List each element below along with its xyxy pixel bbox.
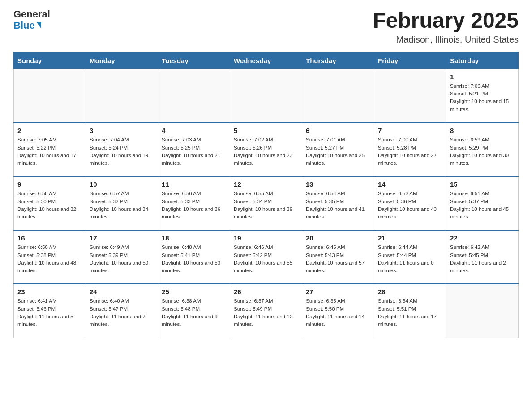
day-number: 21 bbox=[378, 234, 442, 242]
day-info: Sunrise: 7:04 AMSunset: 5:24 PMDaylight:… bbox=[90, 136, 154, 167]
day-number: 7 bbox=[378, 127, 442, 134]
day-number: 6 bbox=[306, 127, 370, 134]
table-row bbox=[230, 69, 302, 123]
table-row bbox=[14, 69, 86, 123]
logo-triangle-icon bbox=[37, 22, 41, 29]
calendar-header-row: Sunday Monday Tuesday Wednesday Thursday… bbox=[14, 52, 519, 69]
calendar-table: Sunday Monday Tuesday Wednesday Thursday… bbox=[13, 52, 519, 338]
table-row: 6Sunrise: 7:01 AMSunset: 5:27 PMDaylight… bbox=[302, 123, 374, 176]
table-row: 21Sunrise: 6:44 AMSunset: 5:44 PMDayligh… bbox=[374, 230, 446, 284]
table-row: 13Sunrise: 6:54 AMSunset: 5:35 PMDayligh… bbox=[302, 176, 374, 230]
day-info: Sunrise: 7:02 AMSunset: 5:26 PMDaylight:… bbox=[234, 136, 298, 167]
day-info: Sunrise: 6:41 AMSunset: 5:46 PMDaylight:… bbox=[17, 297, 82, 328]
day-number: 8 bbox=[450, 127, 515, 134]
day-number: 10 bbox=[90, 180, 154, 188]
day-info: Sunrise: 6:37 AMSunset: 5:49 PMDaylight:… bbox=[234, 297, 298, 328]
day-info: Sunrise: 6:57 AMSunset: 5:32 PMDaylight:… bbox=[90, 190, 154, 221]
table-row: 8Sunrise: 6:59 AMSunset: 5:29 PMDaylight… bbox=[446, 123, 519, 176]
table-row: 23Sunrise: 6:41 AMSunset: 5:46 PMDayligh… bbox=[14, 284, 86, 338]
day-number: 17 bbox=[90, 234, 154, 242]
day-info: Sunrise: 6:46 AMSunset: 5:42 PMDaylight:… bbox=[234, 244, 298, 274]
calendar-week-1: 1Sunrise: 7:06 AMSunset: 5:21 PMDaylight… bbox=[14, 69, 519, 123]
logo-blue-text: Blue bbox=[13, 20, 41, 31]
day-number: 26 bbox=[234, 288, 298, 295]
header-monday: Monday bbox=[86, 52, 158, 69]
table-row: 25Sunrise: 6:38 AMSunset: 5:48 PMDayligh… bbox=[158, 284, 230, 338]
day-number: 5 bbox=[234, 127, 298, 134]
day-number: 22 bbox=[450, 234, 515, 242]
day-number: 14 bbox=[378, 180, 442, 188]
day-number: 13 bbox=[306, 180, 370, 188]
day-info: Sunrise: 7:05 AMSunset: 5:22 PMDaylight:… bbox=[17, 136, 82, 167]
day-number: 15 bbox=[450, 180, 515, 188]
table-row: 7Sunrise: 7:00 AMSunset: 5:28 PMDaylight… bbox=[374, 123, 446, 176]
day-info: Sunrise: 6:48 AMSunset: 5:41 PMDaylight:… bbox=[162, 244, 226, 274]
day-info: Sunrise: 6:51 AMSunset: 5:37 PMDaylight:… bbox=[450, 190, 515, 221]
header-saturday: Saturday bbox=[446, 52, 519, 69]
header-sunday: Sunday bbox=[14, 52, 86, 69]
day-info: Sunrise: 6:35 AMSunset: 5:50 PMDaylight:… bbox=[306, 297, 370, 328]
day-info: Sunrise: 6:34 AMSunset: 5:51 PMDaylight:… bbox=[378, 297, 442, 328]
day-info: Sunrise: 6:55 AMSunset: 5:34 PMDaylight:… bbox=[234, 190, 298, 221]
day-number: 25 bbox=[162, 288, 226, 295]
day-info: Sunrise: 6:42 AMSunset: 5:45 PMDaylight:… bbox=[450, 244, 515, 274]
day-number: 18 bbox=[162, 234, 226, 242]
table-row: 26Sunrise: 6:37 AMSunset: 5:49 PMDayligh… bbox=[230, 284, 302, 338]
day-info: Sunrise: 6:38 AMSunset: 5:48 PMDaylight:… bbox=[162, 297, 226, 328]
table-row: 20Sunrise: 6:45 AMSunset: 5:43 PMDayligh… bbox=[302, 230, 374, 284]
location-subtitle: Madison, Illinois, United States bbox=[373, 34, 519, 45]
calendar-week-5: 23Sunrise: 6:41 AMSunset: 5:46 PMDayligh… bbox=[14, 284, 519, 338]
day-number: 19 bbox=[234, 234, 298, 242]
table-row: 1Sunrise: 7:06 AMSunset: 5:21 PMDaylight… bbox=[446, 69, 519, 123]
month-year-title: February 2025 bbox=[373, 9, 519, 33]
day-number: 12 bbox=[234, 180, 298, 188]
table-row: 24Sunrise: 6:40 AMSunset: 5:47 PMDayligh… bbox=[86, 284, 158, 338]
day-number: 28 bbox=[378, 288, 442, 295]
table-row: 3Sunrise: 7:04 AMSunset: 5:24 PMDaylight… bbox=[86, 123, 158, 176]
day-number: 2 bbox=[17, 127, 82, 134]
day-info: Sunrise: 6:58 AMSunset: 5:30 PMDaylight:… bbox=[17, 190, 82, 221]
calendar-week-3: 9Sunrise: 6:58 AMSunset: 5:30 PMDaylight… bbox=[14, 176, 519, 230]
header-tuesday: Tuesday bbox=[158, 52, 230, 69]
table-row: 19Sunrise: 6:46 AMSunset: 5:42 PMDayligh… bbox=[230, 230, 302, 284]
day-number: 4 bbox=[162, 127, 226, 134]
day-number: 27 bbox=[306, 288, 370, 295]
table-row: 9Sunrise: 6:58 AMSunset: 5:30 PMDaylight… bbox=[14, 176, 86, 230]
table-row: 27Sunrise: 6:35 AMSunset: 5:50 PMDayligh… bbox=[302, 284, 374, 338]
table-row bbox=[302, 69, 374, 123]
calendar-week-2: 2Sunrise: 7:05 AMSunset: 5:22 PMDaylight… bbox=[14, 123, 519, 176]
table-row: 14Sunrise: 6:52 AMSunset: 5:36 PMDayligh… bbox=[374, 176, 446, 230]
table-row: 12Sunrise: 6:55 AMSunset: 5:34 PMDayligh… bbox=[230, 176, 302, 230]
header-friday: Friday bbox=[374, 52, 446, 69]
day-number: 23 bbox=[17, 288, 82, 295]
day-info: Sunrise: 6:52 AMSunset: 5:36 PMDaylight:… bbox=[378, 190, 442, 221]
header-wednesday: Wednesday bbox=[230, 52, 302, 69]
day-number: 16 bbox=[17, 234, 82, 242]
day-info: Sunrise: 6:49 AMSunset: 5:39 PMDaylight:… bbox=[90, 244, 154, 274]
table-row bbox=[446, 284, 519, 338]
logo-general-text: General bbox=[13, 9, 50, 20]
table-row: 18Sunrise: 6:48 AMSunset: 5:41 PMDayligh… bbox=[158, 230, 230, 284]
table-row: 22Sunrise: 6:42 AMSunset: 5:45 PMDayligh… bbox=[446, 230, 519, 284]
table-row bbox=[374, 69, 446, 123]
page-header: General Blue February 2025 Madison, Illi… bbox=[13, 9, 519, 45]
day-info: Sunrise: 6:59 AMSunset: 5:29 PMDaylight:… bbox=[450, 136, 515, 167]
table-row bbox=[86, 69, 158, 123]
day-info: Sunrise: 7:03 AMSunset: 5:25 PMDaylight:… bbox=[162, 136, 226, 167]
day-info: Sunrise: 7:00 AMSunset: 5:28 PMDaylight:… bbox=[378, 136, 442, 167]
day-info: Sunrise: 6:44 AMSunset: 5:44 PMDaylight:… bbox=[378, 244, 442, 274]
table-row: 2Sunrise: 7:05 AMSunset: 5:22 PMDaylight… bbox=[14, 123, 86, 176]
day-number: 11 bbox=[162, 180, 226, 188]
title-block: February 2025 Madison, Illinois, United … bbox=[373, 9, 519, 45]
day-number: 1 bbox=[450, 73, 515, 81]
table-row: 15Sunrise: 6:51 AMSunset: 5:37 PMDayligh… bbox=[446, 176, 519, 230]
calendar-week-4: 16Sunrise: 6:50 AMSunset: 5:38 PMDayligh… bbox=[14, 230, 519, 284]
table-row: 11Sunrise: 6:56 AMSunset: 5:33 PMDayligh… bbox=[158, 176, 230, 230]
header-thursday: Thursday bbox=[302, 52, 374, 69]
table-row: 4Sunrise: 7:03 AMSunset: 5:25 PMDaylight… bbox=[158, 123, 230, 176]
day-info: Sunrise: 6:56 AMSunset: 5:33 PMDaylight:… bbox=[162, 190, 226, 221]
day-number: 9 bbox=[17, 180, 82, 188]
day-info: Sunrise: 6:50 AMSunset: 5:38 PMDaylight:… bbox=[17, 244, 82, 274]
day-info: Sunrise: 7:01 AMSunset: 5:27 PMDaylight:… bbox=[306, 136, 370, 167]
table-row bbox=[158, 69, 230, 123]
